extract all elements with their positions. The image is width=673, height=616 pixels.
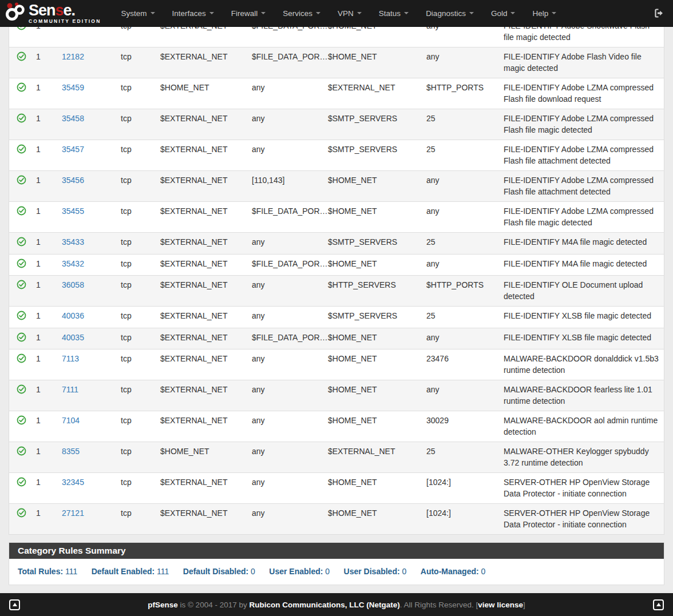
rule-row: 1 12182 tcp $EXTERNAL_NET $FILE_DATA_POR… <box>9 47 664 78</box>
rule-destination-port: 25 <box>426 307 504 328</box>
rule-source: $EXTERNAL_NET <box>160 411 252 442</box>
footer-copyright: pfSense is © 2004 - 2017 by Rubicon Comm… <box>29 601 644 609</box>
nav-item-services[interactable]: Services <box>274 0 329 26</box>
category-rules-summary-panel: Category Rules Summary Total Rules: 111 … <box>9 542 664 585</box>
rule-message: FILE-IDENTIFY XLSB file magic detected <box>504 328 664 349</box>
rule-enabled-check-circle-icon[interactable] <box>17 311 26 320</box>
rule-destination-port: 25 <box>426 442 504 473</box>
rule-gid: 1 <box>36 473 62 504</box>
rule-destination: $HTTP_SERVERS <box>328 276 426 307</box>
rule-proto: tcp <box>121 109 160 140</box>
rule-enabled-check-circle-icon[interactable] <box>17 51 26 61</box>
rule-sid-link[interactable]: 35459 <box>62 83 84 92</box>
rule-sid-link[interactable]: 40036 <box>62 311 84 320</box>
rule-enabled-check-circle-icon[interactable] <box>17 332 26 342</box>
rule-gid: 1 <box>36 349 62 380</box>
rule-source-port: $FILE_DATA_POR… <box>252 254 328 276</box>
rule-proto: tcp <box>121 442 160 473</box>
rule-enabled-check-circle-icon[interactable] <box>17 113 26 123</box>
rule-source-port: $FILE_DATA_POR… <box>252 47 328 78</box>
rule-sid-link[interactable]: 7113 <box>62 354 79 363</box>
nav-item-status[interactable]: Status <box>370 0 417 26</box>
nav-item-system[interactable]: System <box>113 0 164 26</box>
rule-destination-port: 30029 <box>426 411 504 442</box>
rule-sid-link[interactable]: 35455 <box>62 206 84 216</box>
rule-sid-link[interactable]: 7104 <box>62 416 80 425</box>
scroll-top-icon[interactable] <box>653 599 664 610</box>
rule-sid-link[interactable]: 8355 <box>62 447 80 456</box>
rule-enabled-check-circle-icon[interactable] <box>17 384 26 394</box>
rule-source: $EXTERNAL_NET <box>160 47 252 78</box>
rule-gid: 1 <box>36 411 62 442</box>
rule-proto: tcp <box>121 140 160 171</box>
rule-enabled-check-circle-icon[interactable] <box>17 237 26 247</box>
rule-row: 1 35459 tcp $HOME_NET any $EXTERNAL_NET … <box>9 78 664 109</box>
rule-gid: 1 <box>36 276 62 307</box>
rule-row: 1 35433 tcp $EXTERNAL_NET any $SMTP_SERV… <box>9 233 664 255</box>
rule-sid-link[interactable]: 35456 <box>62 176 84 185</box>
rule-message: FILE-IDENTIFY Adobe Flash Video filemagi… <box>504 47 664 78</box>
pfsense-logo[interactable]: Sense. COMMUNITY EDITION <box>5 1 101 25</box>
rule-enabled-check-circle-icon[interactable] <box>17 415 26 425</box>
rule-message: FILE-IDENTIFY XLSB file magic detected <box>504 307 664 328</box>
rule-proto: tcp <box>121 171 160 202</box>
rule-row: 1 7104 tcp $EXTERNAL_NET any $HOME_NET 3… <box>9 411 664 442</box>
rule-destination-port: any <box>426 171 504 202</box>
rule-sid-link[interactable]: 35432 <box>62 259 84 268</box>
rule-enabled-check-circle-icon[interactable] <box>17 477 26 487</box>
rule-source-port: $FILE_DATA_POR… <box>252 328 328 349</box>
rule-source: $EXTERNAL_NET <box>160 504 252 535</box>
rule-enabled-check-circle-icon[interactable] <box>17 259 26 268</box>
rule-enabled-check-circle-icon[interactable] <box>17 206 26 216</box>
rule-message: SERVER-OTHER HP OpenView StorageData Pro… <box>504 504 664 535</box>
rule-enabled-check-circle-icon[interactable] <box>17 175 26 185</box>
rule-destination: $HOME_NET <box>328 254 426 276</box>
rule-sid-link[interactable]: 12182 <box>62 52 84 61</box>
rule-enabled-check-circle-icon[interactable] <box>17 446 26 456</box>
rules-table-body: 1 tcp $EXTERNAL_NET $FILE_DATA_POR… $HOM… <box>9 17 664 534</box>
rule-source-port: any <box>252 109 328 140</box>
rule-destination: $SMTP_SERVERS <box>328 140 426 171</box>
rule-proto: tcp <box>121 504 160 535</box>
nav-item-gold[interactable]: Gold <box>482 0 524 26</box>
rule-sid-link[interactable]: 32345 <box>62 478 84 487</box>
rule-enabled-check-circle-icon[interactable] <box>17 144 26 154</box>
rule-gid: 1 <box>36 442 62 473</box>
view-license-link[interactable]: view license <box>478 601 523 609</box>
rule-sid-link[interactable]: 40035 <box>62 333 84 342</box>
rule-source: $EXTERNAL_NET <box>160 171 252 202</box>
nav-item-interfaces[interactable]: Interfaces <box>164 0 223 26</box>
rule-sid-link[interactable]: 35457 <box>62 145 84 154</box>
rule-destination: $SMTP_SERVERS <box>328 233 426 255</box>
rule-enabled-check-circle-icon[interactable] <box>17 82 26 92</box>
rule-sid-link[interactable]: 35458 <box>62 114 84 123</box>
scroll-top-icon[interactable] <box>9 599 20 610</box>
rule-source: $EXTERNAL_NET <box>160 109 252 140</box>
rule-message: SERVER-OTHER HP OpenView StorageData Pro… <box>504 473 664 504</box>
nav-item-help[interactable]: Help <box>524 0 565 26</box>
rule-destination: $HOME_NET <box>328 349 426 380</box>
rule-sid-link[interactable]: 7111 <box>62 385 78 394</box>
rule-sid-link[interactable]: 36058 <box>62 280 84 289</box>
rule-destination: $EXTERNAL_NET <box>328 442 426 473</box>
rule-destination-port: any <box>426 254 504 276</box>
brand-wordmark: Sense. <box>29 3 101 18</box>
nav-item-diagnostics[interactable]: Diagnostics <box>417 0 482 26</box>
rule-enabled-check-circle-icon[interactable] <box>17 353 26 363</box>
rule-sid-link[interactable]: 35433 <box>62 237 84 247</box>
nav-item-vpn[interactable]: VPN <box>329 0 370 26</box>
rule-message: FILE-IDENTIFY Adobe LZMA compressedFlash… <box>504 171 664 202</box>
rule-destination-port: [1024:] <box>426 473 504 504</box>
rule-enabled-check-circle-icon[interactable] <box>17 280 26 289</box>
rule-source-port: any <box>252 276 328 307</box>
chevron-down-icon <box>316 12 320 14</box>
rule-destination-port: any <box>426 380 504 411</box>
rule-enabled-check-circle-icon[interactable] <box>17 508 26 518</box>
rule-message: FILE-IDENTIFY Adobe LZMA compressedFlash… <box>504 109 664 140</box>
rule-destination: $HOME_NET <box>328 411 426 442</box>
sign-out-icon[interactable] <box>652 7 664 19</box>
nav-item-firewall[interactable]: Firewall <box>223 0 275 26</box>
rule-sid-link[interactable]: 27121 <box>62 508 84 518</box>
rule-gid: 1 <box>36 504 62 535</box>
footer-company-link[interactable]: Rubicon Communications, LLC (Netgate) <box>249 601 399 609</box>
